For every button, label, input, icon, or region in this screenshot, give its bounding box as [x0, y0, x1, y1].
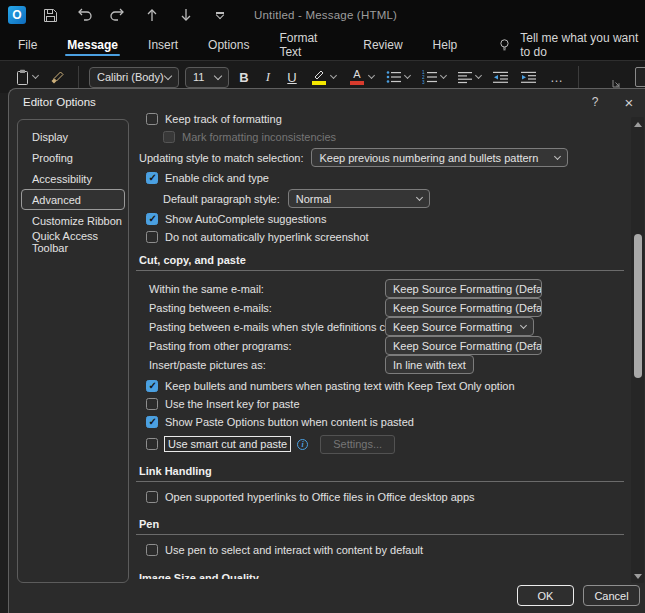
move-down-icon[interactable] — [176, 5, 196, 25]
checkbox[interactable] — [146, 491, 158, 503]
bullets-button[interactable] — [383, 68, 413, 86]
within-same-email-dropdown[interactable]: Keep Source Formatting (Default) — [385, 279, 542, 298]
italic-button[interactable]: I — [259, 69, 277, 85]
section-title: Pen — [136, 518, 624, 530]
pasting-between-emails-dropdown[interactable]: Keep Source Formatting (Default) — [385, 298, 542, 317]
dialog-title: Editor Options — [23, 96, 96, 108]
insert-paste-pictures-dropdown[interactable]: In line with text — [385, 355, 474, 374]
more-options-button[interactable]: … — [546, 70, 568, 85]
dialog-titlebar: Editor Options ? × — [9, 89, 645, 115]
align-left-icon — [458, 71, 473, 84]
dialog-sidebar: Display Proofing Accessibility Advanced … — [17, 119, 129, 583]
option-use-pen: Use pen to select and interact with cont… — [136, 541, 624, 559]
scroll-up-icon[interactable] — [631, 118, 644, 130]
sidebar-item-accessibility[interactable]: Accessibility — [21, 168, 125, 189]
option-smart-cut-and-paste: Use smart cut and paste i Settings... — [136, 433, 624, 455]
ribbon-separator — [78, 66, 79, 88]
scrollbar-thumb[interactable] — [634, 234, 642, 378]
checkbox[interactable] — [146, 231, 158, 243]
window-title: Untitled - Message (HTML) — [254, 9, 397, 21]
underline-button[interactable]: U — [283, 70, 301, 85]
checkbox[interactable] — [163, 131, 175, 143]
content-scrollbar[interactable] — [631, 117, 644, 583]
undo-icon[interactable] — [74, 5, 94, 25]
scroll-down-icon[interactable] — [631, 570, 644, 582]
tab-review[interactable]: Review — [361, 32, 404, 58]
updating-style-dropdown[interactable]: Keep previous numbering and bullets patt… — [311, 148, 568, 167]
checkbox[interactable] — [146, 113, 158, 125]
option-no-auto-hyperlink: Do not automatically hyperlink screensho… — [136, 228, 624, 246]
sidebar-item-display[interactable]: Display — [21, 126, 125, 147]
info-icon[interactable]: i — [297, 439, 308, 450]
font-color-button[interactable]: A — [345, 67, 377, 87]
sidebar-item-quick-access-toolbar[interactable]: Quick Access Toolbar — [21, 231, 125, 252]
option-pasting-between-emails: Pasting between e-mails: Keep Source For… — [136, 298, 624, 317]
section-link-handling: Link Handling — [136, 465, 624, 482]
section-title: Image Size and Quality — [136, 572, 624, 579]
cancel-button[interactable]: Cancel — [583, 585, 640, 606]
tell-me-box[interactable]: Tell me what you want to do — [499, 31, 645, 59]
paste-button[interactable] — [12, 67, 41, 88]
checkbox[interactable] — [146, 438, 158, 450]
checkbox[interactable] — [146, 172, 158, 184]
outlook-window: Untitled - Message (HTML) File Message I… — [0, 0, 645, 613]
option-pasting-other-programs: Pasting from other programs: Keep Source… — [136, 336, 624, 355]
lightbulb-icon — [499, 37, 510, 54]
font-name-combo[interactable]: Calibri (Body) — [89, 67, 179, 88]
outlook-logo-icon — [8, 6, 26, 24]
dialog-footer: OK Cancel — [517, 585, 640, 606]
decrease-indent-icon — [493, 71, 509, 84]
option-style-conflict: Pasting between e-mails when style defin… — [136, 317, 624, 336]
save-icon[interactable] — [40, 5, 60, 25]
bold-button[interactable]: B — [235, 70, 253, 85]
option-within-same-email: Within the same e-mail: Keep Source Form… — [136, 279, 624, 298]
sidebar-item-advanced[interactable]: Advanced — [21, 189, 125, 210]
editor-options-dialog: Editor Options ? × Display Proofing Acce… — [8, 88, 645, 613]
checkbox[interactable] — [146, 380, 158, 392]
settings-button[interactable]: Settings... — [320, 435, 395, 454]
dialog-content: Keep track of formatting Mark formatting… — [136, 113, 624, 579]
increase-indent-button[interactable] — [518, 69, 540, 86]
clipboard-partial-icon — [635, 67, 645, 87]
tab-file[interactable]: File — [16, 32, 39, 58]
svg-text:3: 3 — [422, 80, 425, 84]
tab-options[interactable]: Options — [206, 32, 251, 58]
customize-quick-access-icon[interactable] — [210, 5, 230, 25]
option-show-paste-options: Show Paste Options button when content i… — [136, 413, 624, 431]
highlighter-icon — [313, 69, 325, 80]
checkbox[interactable] — [146, 416, 158, 428]
option-insert-paste-pictures: Insert/paste pictures as: In line with t… — [136, 355, 624, 374]
move-up-icon[interactable] — [142, 5, 162, 25]
style-conflict-dropdown[interactable]: Keep Source Formatting — [385, 317, 534, 336]
redo-icon[interactable] — [108, 5, 128, 25]
checkbox[interactable] — [146, 398, 158, 410]
sidebar-item-proofing[interactable]: Proofing — [21, 147, 125, 168]
help-button[interactable]: ? — [582, 92, 608, 112]
ribbon-tabs: File Message Insert Options Format Text … — [0, 30, 645, 60]
highlight-color-button[interactable] — [307, 67, 339, 87]
tab-help[interactable]: Help — [431, 32, 460, 58]
checkbox[interactable] — [146, 213, 158, 225]
pasting-other-programs-dropdown[interactable]: Keep Source Formatting (Default) — [385, 336, 542, 355]
font-name-value: Calibri (Body) — [97, 71, 164, 83]
tab-insert[interactable]: Insert — [146, 32, 180, 58]
font-size-combo[interactable]: 11 — [185, 67, 229, 88]
ok-button[interactable]: OK — [517, 585, 574, 606]
checkbox[interactable] — [146, 544, 158, 556]
option-show-autocomplete: Show AutoComplete suggestions — [136, 210, 624, 228]
decrease-indent-button[interactable] — [490, 69, 512, 86]
numbering-button[interactable]: 1 2 3 — [419, 68, 449, 86]
tab-message[interactable]: Message — [65, 32, 120, 58]
smart-cut-label-focused[interactable]: Use smart cut and paste — [164, 436, 291, 452]
format-painter-icon — [50, 70, 65, 85]
option-default-paragraph-style: Default paragraph style: Normal — [136, 188, 624, 209]
format-painter-button[interactable] — [47, 68, 68, 87]
numbered-list-icon: 1 2 3 — [422, 70, 438, 84]
sidebar-item-customize-ribbon[interactable]: Customize Ribbon — [21, 210, 125, 231]
font-color-icon: A — [353, 69, 360, 80]
default-paragraph-style-dropdown[interactable]: Normal — [288, 189, 430, 208]
close-icon[interactable]: × — [616, 92, 642, 112]
align-button[interactable] — [455, 69, 484, 86]
tab-format-text[interactable]: Format Text — [277, 25, 335, 65]
section-image-size-quality: Image Size and Quality — [136, 572, 624, 579]
